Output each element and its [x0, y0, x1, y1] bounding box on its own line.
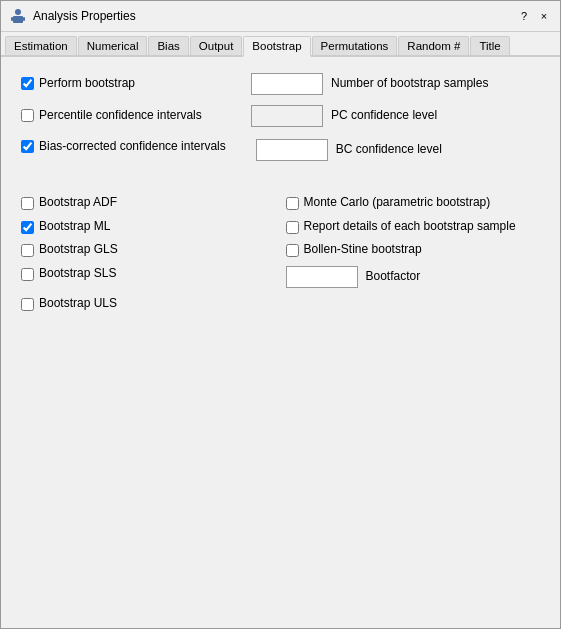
options-grid: Bootstrap ADF Monte Carlo (parametric bo…	[21, 195, 540, 311]
monte-carlo-label[interactable]: Monte Carlo (parametric bootstrap)	[286, 195, 491, 211]
svg-rect-2	[11, 17, 13, 21]
percentile-ci-label[interactable]: Percentile confidence intervals	[21, 108, 221, 124]
bootstrap-gls-label[interactable]: Bootstrap GLS	[21, 242, 118, 258]
svg-rect-1	[13, 16, 23, 23]
bootstrap-uls-label[interactable]: Bootstrap ULS	[21, 296, 117, 312]
tab-output[interactable]: Output	[190, 36, 243, 55]
pc-level-input[interactable]: 90	[251, 105, 323, 127]
bootstrap-gls-checkbox[interactable]	[21, 244, 34, 257]
bootstrap-samples-input[interactable]: 2000	[251, 73, 323, 95]
bootstrap-sls-checkbox[interactable]	[21, 268, 34, 281]
tab-title[interactable]: Title	[470, 36, 509, 55]
bootstrap-ml-text: Bootstrap ML	[39, 219, 110, 235]
bootstrap-tab-content: Perform bootstrap 2000 Number of bootstr…	[1, 57, 560, 327]
bc-level-input[interactable]: 90	[256, 139, 328, 161]
window-title: Analysis Properties	[33, 9, 136, 23]
bc-level-label: BC confidence level	[336, 142, 446, 158]
bias-corrected-row: Bias-corrected confidence intervals 90 B…	[21, 137, 540, 161]
bootstrap-ml-checkbox[interactable]	[21, 221, 34, 234]
bootstrap-sls-item: Bootstrap SLS	[21, 266, 276, 288]
bootstrap-adf-label[interactable]: Bootstrap ADF	[21, 195, 117, 211]
bollen-stine-label[interactable]: Bollen-Stine bootstrap	[286, 242, 422, 258]
bootstrap-uls-text: Bootstrap ULS	[39, 296, 117, 312]
bootstrap-sls-label[interactable]: Bootstrap SLS	[21, 266, 116, 282]
bootstrap-samples-label: Number of bootstrap samples	[331, 76, 488, 92]
tab-bootstrap[interactable]: Bootstrap	[243, 36, 310, 57]
bollen-stine-item: Bollen-Stine bootstrap	[286, 242, 541, 258]
app-icon	[9, 7, 27, 25]
bootstrap-gls-text: Bootstrap GLS	[39, 242, 118, 258]
spacer2	[21, 183, 540, 195]
bootstrap-uls-item: Bootstrap ULS	[21, 296, 276, 312]
tab-random[interactable]: Random #	[398, 36, 469, 55]
perform-bootstrap-text: Perform bootstrap	[39, 76, 135, 92]
tab-estimation[interactable]: Estimation	[5, 36, 77, 55]
bootstrap-adf-text: Bootstrap ADF	[39, 195, 117, 211]
perform-bootstrap-row: Perform bootstrap 2000 Number of bootstr…	[21, 73, 540, 95]
percentile-ci-row: Percentile confidence intervals 90 PC co…	[21, 105, 540, 127]
report-details-label[interactable]: Report details of each bootstrap sample	[286, 219, 516, 235]
bias-corrected-checkbox[interactable]	[21, 140, 34, 153]
perform-bootstrap-checkbox[interactable]	[21, 77, 34, 90]
percentile-ci-checkbox[interactable]	[21, 109, 34, 122]
monte-carlo-item: Monte Carlo (parametric bootstrap)	[286, 195, 541, 211]
tab-bar: Estimation Numerical Bias Output Bootstr…	[1, 32, 560, 57]
percentile-ci-text: Percentile confidence intervals	[39, 108, 202, 124]
bootstrap-ml-item: Bootstrap ML	[21, 219, 276, 235]
bootstrap-gls-item: Bootstrap GLS	[21, 242, 276, 258]
title-bar: Analysis Properties ? ×	[1, 1, 560, 32]
bias-corrected-label[interactable]: Bias-corrected confidence intervals	[21, 139, 226, 155]
pc-level-label: PC confidence level	[331, 108, 441, 124]
monte-carlo-checkbox[interactable]	[286, 197, 299, 210]
analysis-properties-window: Analysis Properties ? × Estimation Numer…	[0, 0, 561, 629]
bias-corrected-text: Bias-corrected confidence intervals	[39, 139, 226, 155]
bootstrap-ml-label[interactable]: Bootstrap ML	[21, 219, 110, 235]
bootfactor-input[interactable]: 1	[286, 266, 358, 288]
help-button[interactable]: ?	[516, 8, 532, 24]
bollen-stine-text: Bollen-Stine bootstrap	[304, 242, 422, 258]
bootfactor-label: Bootfactor	[366, 269, 421, 285]
report-details-checkbox[interactable]	[286, 221, 299, 234]
tab-permutations[interactable]: Permutations	[312, 36, 398, 55]
bootstrap-sls-text: Bootstrap SLS	[39, 266, 116, 282]
bootfactor-item: 1 Bootfactor	[286, 266, 541, 288]
spacer1	[21, 171, 540, 183]
tab-bias[interactable]: Bias	[148, 36, 188, 55]
bootstrap-uls-checkbox[interactable]	[21, 298, 34, 311]
bollen-stine-checkbox[interactable]	[286, 244, 299, 257]
svg-rect-3	[23, 17, 25, 21]
svg-point-0	[15, 9, 21, 15]
report-details-item: Report details of each bootstrap sample	[286, 219, 541, 235]
close-button[interactable]: ×	[536, 8, 552, 24]
bootstrap-adf-item: Bootstrap ADF	[21, 195, 276, 211]
report-details-text: Report details of each bootstrap sample	[304, 219, 516, 235]
monte-carlo-text: Monte Carlo (parametric bootstrap)	[304, 195, 491, 211]
tab-numerical[interactable]: Numerical	[78, 36, 148, 55]
perform-bootstrap-label[interactable]: Perform bootstrap	[21, 76, 221, 92]
bootstrap-adf-checkbox[interactable]	[21, 197, 34, 210]
